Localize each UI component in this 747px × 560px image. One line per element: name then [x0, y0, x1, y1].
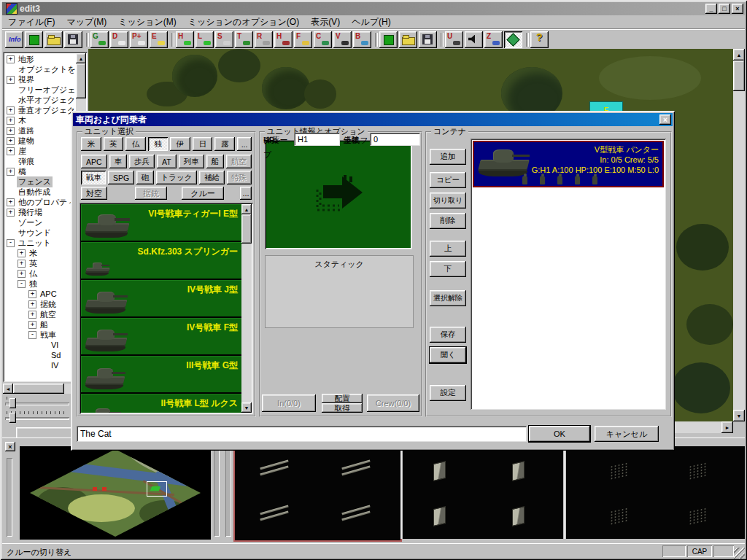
unit-class-button[interactable]: APC: [81, 155, 107, 168]
tree-item[interactable]: +航空: [5, 309, 75, 319]
toolbar-button-icon[interactable]: [44, 31, 63, 48]
tree-expander-icon[interactable]: +: [7, 127, 15, 135]
toolbar-button-icon[interactable]: ?: [530, 31, 549, 48]
in-button[interactable]: In(0/0): [262, 394, 316, 412]
slider-thumb[interactable]: [9, 413, 16, 423]
container-action-button[interactable]: 設定: [430, 385, 466, 401]
tree-item[interactable]: +他のプロパティ: [5, 197, 75, 207]
toolbar-button-icon[interactable]: [399, 31, 417, 48]
unit-list-item[interactable]: IV号戦車 F型: [81, 318, 241, 356]
tree-expander-icon[interactable]: +: [7, 209, 15, 217]
container-action-button[interactable]: 上: [430, 241, 466, 257]
tree-expander-icon[interactable]: +: [18, 260, 26, 268]
tree-expander-icon[interactable]: +: [7, 106, 15, 114]
toolbar-button-icon[interactable]: [169, 31, 174, 48]
toolbar-button-icon[interactable]: [465, 31, 483, 48]
minimap-viewport-rect[interactable]: [147, 481, 167, 497]
toolbar-button-icon[interactable]: C: [314, 31, 332, 48]
unit-class-button[interactable]: 歩兵: [129, 155, 155, 168]
tree-expander-icon[interactable]: +: [28, 321, 36, 329]
resize-grip[interactable]: [734, 548, 745, 559]
zoom-slider[interactable]: [4, 397, 71, 410]
place-button[interactable]: 配置: [322, 394, 363, 403]
menu-item[interactable]: ミッション(M): [112, 15, 182, 30]
toolbar-button-icon[interactable]: R: [255, 31, 273, 48]
tree-expander-icon[interactable]: +: [28, 300, 36, 308]
tree-item[interactable]: +橋: [5, 166, 75, 176]
menu-item[interactable]: ミッションのオプション(O): [182, 15, 305, 30]
tree-item[interactable]: +英: [5, 258, 75, 268]
unit-class-button[interactable]: 列車: [179, 155, 204, 168]
container-list[interactable]: V型戦車 パンター In: 0/5 Crew: 5/5 G:H1 A:100 H…: [471, 139, 666, 410]
scroll-right-icon[interactable]: ►: [721, 421, 733, 433]
toolbar-button-icon[interactable]: [379, 31, 398, 48]
toolbar-button-icon[interactable]: [524, 31, 529, 48]
toolbar-button-icon[interactable]: U: [445, 31, 463, 48]
tree-item[interactable]: -独: [5, 279, 75, 289]
unit-list-vscrollbar[interactable]: ▲ ▼: [241, 204, 252, 413]
toolbar-button-icon[interactable]: Z: [484, 31, 503, 48]
toolbar-button-icon[interactable]: V: [333, 31, 352, 48]
container-action-button[interactable]: 開く: [430, 347, 466, 363]
minimize-button[interactable]: _: [705, 4, 717, 14]
unit-class-button[interactable]: AT: [157, 155, 177, 168]
nation-button[interactable]: 仏: [125, 137, 146, 151]
map-vscrollbar[interactable]: ▲ ▼: [733, 49, 745, 421]
unit-list-item[interactable]: II号戦車 L型 ルクス: [81, 394, 241, 413]
nation-button[interactable]: 英: [104, 137, 124, 151]
unit-class-button[interactable]: 戦車: [81, 171, 106, 184]
unit-class-button[interactable]: 補給: [199, 171, 224, 184]
tree-expander-icon[interactable]: +: [7, 137, 15, 145]
tree-expander-icon[interactable]: +: [7, 198, 15, 206]
toolbar-button-icon[interactable]: H: [176, 31, 194, 48]
container-item-selected[interactable]: V型戦車 パンター In: 0/5 Crew: 5/5 G:H1 A:100 H…: [473, 141, 664, 187]
tree-item[interactable]: -ユニット: [5, 238, 75, 248]
toolbar-button-icon[interactable]: [373, 31, 378, 48]
wall-preview[interactable]: [403, 446, 563, 539]
toolbar-button-icon[interactable]: [84, 31, 89, 48]
toolbar-button-icon[interactable]: [25, 31, 43, 48]
nation-button[interactable]: 日: [193, 137, 213, 151]
container-action-button[interactable]: 下: [430, 261, 466, 277]
tree-item[interactable]: 弾痕: [5, 156, 75, 166]
scroll-down-icon[interactable]: ▼: [733, 410, 745, 421]
toolbar-button-icon[interactable]: F: [294, 31, 312, 48]
toolbar-button-icon[interactable]: H: [274, 31, 293, 48]
toolbar-button-icon[interactable]: L: [196, 31, 214, 48]
toolbar-button-icon[interactable]: Info: [5, 31, 23, 48]
dock-slider-mid[interactable]: [214, 449, 220, 537]
tree-item[interactable]: VI: [5, 340, 75, 350]
nation-button[interactable]: 露: [214, 137, 235, 151]
scroll-up-icon[interactable]: ▲: [241, 204, 252, 214]
tree-item[interactable]: IV: [5, 360, 75, 370]
tree-expander-icon[interactable]: -: [7, 239, 15, 247]
tree-item[interactable]: +視界: [5, 74, 75, 85]
tree-expander-icon[interactable]: +: [28, 311, 36, 319]
hscroll-thumb[interactable]: [13, 384, 64, 394]
dialog-close-button[interactable]: ×: [659, 114, 671, 125]
tree-expander-icon[interactable]: +: [28, 290, 36, 298]
unit-class-button[interactable]: SPG: [108, 171, 134, 184]
toolbar-button-icon[interactable]: [64, 31, 82, 48]
nation-button[interactable]: 伊: [170, 137, 190, 151]
toolbar-button-icon[interactable]: D: [110, 31, 128, 48]
unit-class-button[interactable]: 航空: [226, 155, 252, 168]
crew-count-button[interactable]: Crew(0/0): [367, 394, 419, 412]
minimap[interactable]: [20, 446, 211, 540]
toolbar-button-icon[interactable]: S: [215, 31, 233, 48]
anti-air-button[interactable]: 対空: [81, 187, 107, 200]
unit-name-input[interactable]: [77, 426, 527, 442]
unit-class-button[interactable]: 砲: [136, 171, 154, 184]
unit-list-item[interactable]: Sd.Kfz.303 スプリンガー: [81, 242, 241, 280]
unit-list-item[interactable]: III号戦車 G型: [81, 356, 241, 394]
level-slider[interactable]: [4, 411, 71, 424]
tree-hscrollbar[interactable]: ◄: [3, 384, 76, 394]
dock-slider-left[interactable]: [7, 458, 12, 537]
get-button[interactable]: 取得: [322, 403, 363, 413]
stat-value-field[interactable]: H1: [294, 133, 340, 146]
container-action-button[interactable]: 追加: [430, 149, 466, 165]
tree-expander-icon[interactable]: +: [18, 249, 26, 257]
menu-item[interactable]: マップ(M): [61, 15, 112, 30]
tree-item[interactable]: フェンス: [5, 176, 75, 187]
container-action-button[interactable]: 切り取り: [430, 192, 466, 209]
